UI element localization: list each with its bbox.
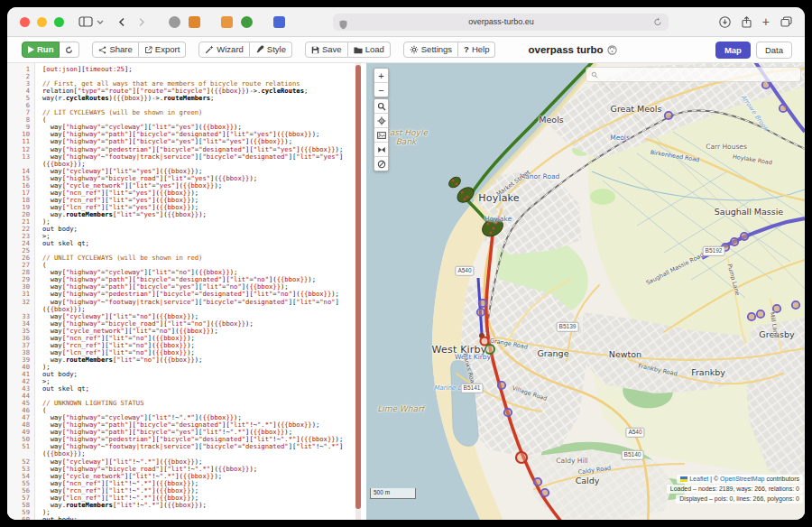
- export-image-button[interactable]: [374, 128, 388, 143]
- code-line[interactable]: 32 way["highway"~"footway|track|service"…: [7, 299, 361, 313]
- code-line[interactable]: 58 way.routeMembers["lit"!~".*"]({{bbox}…: [7, 502, 361, 509]
- line-number: 40: [7, 364, 34, 371]
- line-number: 52: [7, 458, 34, 466]
- settings-button[interactable]: Settings: [403, 42, 458, 58]
- line-number: 10: [7, 131, 34, 138]
- code-line[interactable]: 45// UNKNOWN LIGHTING STATUS: [7, 400, 361, 407]
- style-button[interactable]: Style: [250, 42, 292, 58]
- line-number: 30: [7, 283, 34, 291]
- editor-scrollbar[interactable]: [355, 63, 361, 520]
- code-line[interactable]: 60out body;: [7, 516, 361, 520]
- bowtie-icon: [377, 145, 386, 154]
- scale-bar: 500 m: [370, 488, 416, 499]
- forward-button[interactable]: [138, 17, 145, 27]
- code-line[interactable]: 41out body;: [7, 371, 361, 378]
- line-number: 26: [7, 254, 34, 262]
- attribution-line: Leaflet | © OpenStreetMap contributors: [677, 475, 803, 484]
- wizard-button[interactable]: Wizard: [198, 42, 250, 58]
- minimize-window-button[interactable]: [37, 17, 47, 27]
- line-number: 17: [7, 190, 34, 197]
- close-window-button[interactable]: [20, 17, 30, 27]
- line-number: 7: [7, 109, 34, 116]
- privacy-shield-icon[interactable]: [339, 17, 347, 33]
- new-tab-icon[interactable]: +: [762, 14, 770, 29]
- query-editor[interactable]: 1[out:json][timeout:25];23// First, get …: [7, 63, 361, 520]
- code-line[interactable]: 1[out:json][timeout:25];: [7, 66, 361, 73]
- line-number: 24: [7, 240, 34, 247]
- editor-scrollbar-thumb[interactable]: [355, 65, 361, 509]
- leaflet-link[interactable]: Leaflet: [689, 476, 708, 482]
- code-line[interactable]: 51 way["highway"~"footway|track|service"…: [7, 443, 361, 458]
- line-number: 38: [7, 349, 34, 356]
- line-number: 57: [7, 495, 34, 502]
- play-icon: [28, 46, 34, 53]
- magic-wand-icon: [205, 45, 214, 54]
- osm-link[interactable]: OpenStreetMap: [720, 476, 764, 482]
- export-button[interactable]: Export: [139, 42, 186, 58]
- map-search-input[interactable]: [586, 67, 801, 82]
- line-number: 31: [7, 291, 34, 298]
- line-number: 28: [7, 269, 34, 276]
- code-line[interactable]: 43out skel qt;: [7, 385, 361, 393]
- sidebar-toggle-icon[interactable]: [78, 16, 93, 27]
- floppy-icon: [311, 46, 319, 54]
- tab-overview-icon[interactable]: [780, 16, 792, 27]
- line-number: 11: [7, 138, 34, 145]
- line-number: 3: [7, 80, 34, 88]
- line-number: 33: [7, 313, 34, 320]
- line-number: 8: [7, 116, 34, 124]
- save-button[interactable]: Save: [305, 42, 348, 58]
- run-button[interactable]: Run: [22, 42, 60, 58]
- line-number: 43: [7, 385, 34, 393]
- load-button[interactable]: Load: [348, 42, 391, 58]
- data-tab[interactable]: Data: [756, 42, 792, 59]
- extension-icon[interactable]: [169, 16, 180, 28]
- folder-icon: [354, 46, 363, 54]
- zoom-control: + −: [374, 68, 389, 97]
- abort-button[interactable]: [374, 157, 388, 171]
- app-title-text: overpass turbo: [528, 44, 603, 55]
- line-number: 6: [7, 102, 34, 109]
- zoom-in-button[interactable]: +: [374, 69, 388, 83]
- rerun-button[interactable]: [60, 42, 79, 58]
- address-bar[interactable]: overpass-turbo.eu: [333, 14, 669, 31]
- downloads-icon[interactable]: [719, 16, 731, 28]
- code-line[interactable]: 5way(r.cycleRoutes)({{bbox}})->.routeMem…: [7, 95, 361, 102]
- share-button[interactable]: Share: [92, 42, 138, 58]
- attribution-separator: | ©: [708, 476, 720, 482]
- overpass-turbo-logo-icon: [607, 45, 617, 55]
- geolocate-button[interactable]: [374, 114, 388, 128]
- search-button[interactable]: [374, 99, 388, 114]
- extension-icon[interactable]: [221, 16, 233, 28]
- map-canvas[interactable]: East Hoyle BankLime WharfMarine LakeMeol…: [366, 63, 805, 520]
- map-tab[interactable]: Map: [715, 42, 751, 59]
- window-controls: [20, 17, 64, 27]
- code-line[interactable]: 20 way.routeMembers["lit"="yes"]({{bbox}…: [7, 211, 361, 218]
- code-line[interactable]: 13 way["highway"~"footway|track|service"…: [7, 153, 361, 168]
- share-icon[interactable]: [742, 16, 752, 28]
- code-line[interactable]: 22out body;: [7, 226, 361, 233]
- line-number: 16: [7, 182, 34, 190]
- extension-icon[interactable]: [189, 16, 200, 28]
- extension-icon[interactable]: [273, 16, 285, 28]
- line-number: 27: [7, 262, 34, 269]
- line-number: 44: [7, 393, 34, 400]
- gear-icon: [410, 45, 419, 54]
- code-line[interactable]: 26// UNLIT CYCLEWAYS (will be shown in r…: [7, 254, 361, 262]
- help-button[interactable]: ? Help: [458, 42, 495, 58]
- code-line[interactable]: 7// LIT CYCLEWAYS (will be shown in gree…: [7, 109, 361, 116]
- fullscreen-window-button[interactable]: [54, 17, 64, 27]
- code-line[interactable]: 24out skel qt;: [7, 240, 361, 247]
- line-number: 35: [7, 328, 34, 335]
- line-number: 51: [7, 443, 34, 458]
- map-attribution: Leaflet | © OpenStreetMap contributors L…: [667, 474, 803, 504]
- zoom-out-button[interactable]: −: [374, 83, 388, 97]
- line-number: 58: [7, 502, 34, 509]
- extension-icon[interactable]: [241, 16, 253, 28]
- line-number: 32: [7, 299, 34, 313]
- reload-icon[interactable]: [653, 17, 662, 29]
- back-button[interactable]: [118, 17, 125, 27]
- zoom-to-data-button[interactable]: [374, 143, 388, 157]
- code-line[interactable]: 39 way.routeMembers["lit"="no"]({{bbox}}…: [7, 356, 361, 364]
- chevron-down-icon[interactable]: [97, 20, 104, 24]
